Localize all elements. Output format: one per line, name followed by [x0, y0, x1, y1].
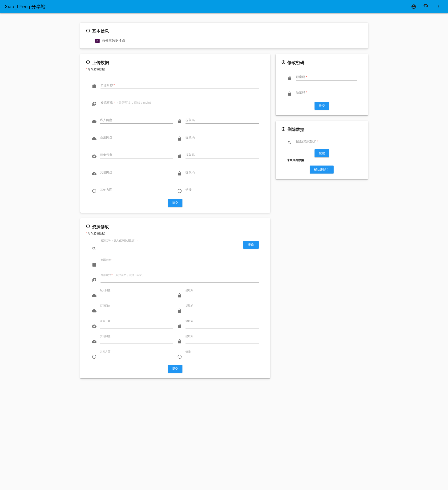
modify-name-input[interactable] [101, 261, 259, 267]
cloud-download-icon [92, 171, 97, 176]
assignment-icon [92, 262, 97, 267]
upload-submit-button[interactable]: 提交 [168, 199, 182, 207]
more-icon[interactable] [434, 2, 442, 11]
modify-private-cloud-input[interactable] [100, 292, 173, 298]
resource-slug-input[interactable] [101, 100, 259, 106]
cloud-download-icon [92, 324, 97, 328]
library-add-icon [92, 278, 97, 283]
account-icon[interactable] [409, 2, 418, 11]
lanzou-cloud-input[interactable] [100, 152, 173, 158]
cloud-icon [92, 308, 97, 313]
lock-icon [177, 324, 182, 328]
private-code-input[interactable] [186, 117, 259, 124]
chart-icon [95, 39, 100, 43]
lanzou-code-input[interactable] [186, 152, 259, 158]
modify-search-button[interactable]: 查询 [243, 241, 259, 249]
modify-lanzou-cloud-input[interactable] [100, 323, 173, 328]
modify-required-note: * 号为必填数据 [86, 231, 265, 236]
other-code-input[interactable] [186, 170, 259, 176]
modify-private-code-input[interactable] [186, 292, 259, 298]
resource-name-field: 资源名称 * [101, 83, 259, 89]
refresh-icon[interactable] [422, 2, 430, 11]
lock-icon [177, 293, 182, 298]
lock-icon [177, 119, 182, 124]
delete-data-title: 删除数据 [281, 127, 362, 132]
cloud-icon [92, 293, 97, 298]
lock-open-icon [287, 91, 292, 96]
library-add-icon [92, 102, 97, 106]
info-icon [86, 60, 90, 65]
new-password-input[interactable] [296, 90, 356, 96]
cloud-download-icon [92, 339, 97, 344]
modify-card: 资源修改 * 号为必填数据 资源名称（填入资源查找数据） * 查询 资源名称 *… [80, 218, 270, 378]
radio-icon [177, 189, 182, 193]
info-icon [281, 60, 285, 65]
info-icon [281, 127, 285, 132]
lock-open-icon [287, 76, 292, 80]
resource-slug-field: 资源查找 * （最好英文，例如：main） [101, 100, 259, 106]
modify-baidu-code-input[interactable] [186, 307, 259, 313]
old-password-input[interactable] [296, 74, 356, 80]
change-password-title: 修改密码 [281, 60, 362, 65]
basic-info-card: 基本信息 总分享数据 4 条 [80, 23, 368, 49]
lock-icon [177, 171, 182, 176]
modify-lanzou-code-input[interactable] [186, 323, 259, 328]
upload-card: 上传数据 * 号为必填数据 资源名称 * 资源查找 * （最好英文，例如：mai… [80, 54, 270, 213]
info-icon [86, 224, 90, 230]
lock-icon [177, 136, 182, 141]
search-icon [287, 140, 292, 145]
delete-no-result: 未查询到数据 [281, 157, 362, 163]
other-cloud-input[interactable] [100, 170, 173, 176]
cloud-icon [92, 119, 97, 124]
lock-icon [177, 339, 182, 344]
app-title: Xiao_LFeng 分享站 [4, 4, 409, 10]
appbar-actions [409, 2, 444, 11]
confirm-delete-button[interactable]: 确认删除！ [310, 166, 334, 174]
modify-slug-input[interactable] [101, 277, 259, 283]
modify-search-input[interactable] [101, 242, 240, 248]
other-aspect-input[interactable] [100, 187, 173, 193]
resource-name-input[interactable] [101, 83, 259, 89]
modify-baidu-cloud-input[interactable] [100, 307, 173, 313]
cloud-icon [92, 136, 97, 141]
change-password-card: 修改密码 原密码 * 新密码 * 提交 [276, 54, 368, 115]
search-icon [92, 246, 97, 251]
basic-info-summary: 总分享数据 4 条 [86, 39, 362, 43]
modify-link-input[interactable] [186, 353, 259, 359]
upload-title: 上传数据 [86, 60, 265, 65]
private-cloud-input[interactable] [100, 117, 173, 124]
upload-required-note: * 号为必填数据 [86, 67, 265, 71]
basic-info-title: 基本信息 [86, 28, 362, 34]
modify-submit-button[interactable]: 提交 [168, 365, 182, 373]
assignment-icon [92, 84, 97, 89]
modify-title: 资源修改 [86, 224, 265, 230]
radio-icon [92, 189, 97, 193]
modify-other-aspect-input[interactable] [100, 353, 173, 359]
change-password-submit-button[interactable]: 提交 [315, 102, 329, 110]
app-bar: Xiao_LFeng 分享站 [0, 0, 448, 13]
lock-icon [177, 154, 182, 158]
delete-search-input[interactable] [296, 139, 356, 145]
radio-icon [92, 354, 97, 359]
lock-icon [177, 308, 182, 313]
cloud-download-icon [92, 154, 97, 158]
radio-icon [177, 354, 182, 359]
modify-other-code-input[interactable] [186, 338, 259, 344]
baidu-code-input[interactable] [186, 135, 259, 141]
delete-search-button[interactable]: 搜索 [315, 149, 329, 157]
baidu-cloud-input[interactable] [100, 135, 173, 141]
modify-other-cloud-input[interactable] [100, 338, 173, 344]
link-input[interactable] [186, 187, 259, 193]
delete-data-card: 删除数据 搜索(资源查找) * 搜索 未查询到数据 确认删除！ [276, 121, 368, 179]
info-icon [86, 28, 90, 34]
